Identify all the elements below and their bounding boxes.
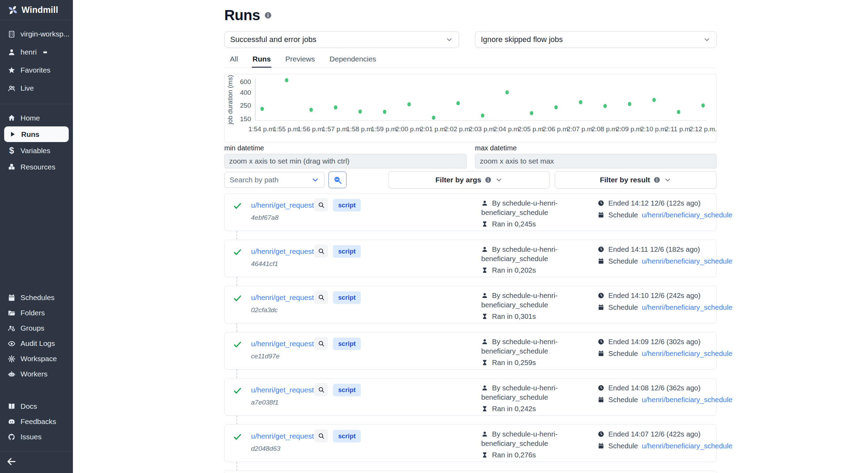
run-by-label: By schedule-u-henri- bbox=[492, 291, 558, 300]
sidebar-item-resources[interactable]: Resources bbox=[0, 159, 73, 175]
schedule-link[interactable]: u/henri/beneficiary_schedule bbox=[642, 442, 732, 450]
run-path-link[interactable]: u/henri/get_request bbox=[251, 340, 314, 348]
person-icon bbox=[481, 292, 488, 299]
sidebar-item-schedules[interactable]: Schedules bbox=[0, 290, 73, 305]
calendar-icon bbox=[8, 294, 16, 302]
svg-text:2:06 p.m.: 2:06 p.m. bbox=[542, 125, 570, 133]
sidebar-item-workspace[interactable]: Workspace bbox=[0, 351, 73, 366]
run-card[interactable]: u/henri/get_requestscript4ebf67a8By sche… bbox=[224, 193, 717, 231]
run-path-link[interactable]: u/henri/get_request bbox=[251, 247, 314, 256]
svg-text:1:59 p.m.: 1:59 p.m. bbox=[371, 125, 398, 133]
search-by-path-select[interactable]: Search by path bbox=[224, 172, 325, 188]
svg-text:2:03 p.m.: 2:03 p.m. bbox=[469, 125, 496, 133]
run-card[interactable]: u/henri/get_requestscript46441cf1By sche… bbox=[224, 240, 717, 277]
runs-tabs: AllRunsPreviewsDependencies bbox=[224, 53, 717, 68]
sidebar-item-home[interactable]: Home bbox=[0, 110, 73, 126]
schedule-link[interactable]: u/henri/beneficiary_schedule bbox=[642, 303, 732, 312]
info-icon[interactable] bbox=[264, 11, 272, 19]
person-icon bbox=[481, 431, 488, 438]
windmill-logo[interactable]: Windmill bbox=[0, 0, 73, 20]
run-card[interactable]: u/henri/get_requestscript02cfa3dcBy sche… bbox=[224, 286, 717, 323]
sidebar-item-audit-logs[interactable]: Audit Logs bbox=[0, 336, 73, 351]
sidebar-item-favorites[interactable]: Favorites bbox=[0, 61, 73, 79]
inspect-run-button[interactable] bbox=[314, 198, 328, 211]
sidebar-item-user-menu[interactable]: henri bbox=[0, 43, 73, 61]
script-badge: script bbox=[333, 291, 361, 304]
run-ended: Ended 14:12 12/6 (122s ago) bbox=[608, 199, 701, 207]
inspect-run-button[interactable] bbox=[314, 383, 328, 396]
job-kind-select[interactable]: Successful and error jobs bbox=[224, 31, 459, 48]
schedule-link[interactable]: u/henri/beneficiary_schedule bbox=[642, 211, 732, 219]
sidebar-item-live[interactable]: Live bbox=[0, 79, 73, 97]
run-path-link[interactable]: u/henri/get_request bbox=[251, 432, 314, 440]
sidebar-item-workers[interactable]: Workers bbox=[0, 366, 73, 382]
svg-text:1:58 p.m.: 1:58 p.m. bbox=[347, 125, 374, 133]
sidebar-item-workspace-selector[interactable]: virgin-worksp... bbox=[0, 25, 73, 43]
inspect-run-button[interactable] bbox=[314, 429, 328, 442]
inspect-run-button[interactable] bbox=[314, 337, 328, 350]
run-connector bbox=[236, 231, 237, 240]
collapse-sidebar-button[interactable] bbox=[6, 456, 19, 467]
runs-duration-chart[interactable]: 150250400600job duration (ms)1:54 p.m.1:… bbox=[224, 74, 717, 142]
run-id: 4ebf67a8 bbox=[251, 214, 278, 222]
hourglass-icon bbox=[481, 359, 488, 366]
svg-text:1:55 p.m.: 1:55 p.m. bbox=[273, 125, 300, 133]
run-meta: By schedule-u-henri-beneficiary_schedule… bbox=[481, 198, 558, 229]
tab-dependencies[interactable]: Dependencies bbox=[329, 53, 377, 67]
run-id: ce11d97e bbox=[251, 352, 279, 360]
hourglass-icon bbox=[481, 221, 488, 227]
filter-by-result-label: Filter by result bbox=[600, 176, 650, 184]
min-datetime-label: min datetime bbox=[224, 144, 467, 152]
run-path-link[interactable]: u/henri/get_request bbox=[251, 386, 314, 394]
run-by-label: By schedule-u-henri- bbox=[492, 199, 558, 207]
search-minus-icon bbox=[333, 175, 342, 185]
run-duration: Ran in 0,242s bbox=[492, 405, 536, 413]
run-card[interactable]: u/henri/get_requestscripta7e038f1By sche… bbox=[224, 378, 717, 416]
search-button[interactable] bbox=[328, 172, 347, 188]
run-id: d2048d63 bbox=[251, 445, 281, 453]
chevron-down-icon bbox=[703, 36, 711, 43]
eye-icon bbox=[8, 340, 16, 348]
tab-all[interactable]: All bbox=[229, 53, 239, 67]
inspect-run-button[interactable] bbox=[314, 244, 328, 258]
main-content: Runs Successful and error jobs Ignore sk… bbox=[73, 0, 868, 473]
magnifier-icon bbox=[318, 340, 325, 347]
sidebar-item-label: virgin-worksp... bbox=[20, 30, 69, 38]
filter-by-result-button[interactable]: Filter by result bbox=[555, 171, 717, 189]
run-path-link[interactable]: u/henri/get_request bbox=[251, 293, 314, 302]
sidebar-item-variables[interactable]: $Variables bbox=[0, 142, 73, 159]
min-datetime-input[interactable] bbox=[224, 154, 467, 168]
run-id: a7e038f1 bbox=[251, 399, 278, 406]
skipped-flows-select[interactable]: Ignore skipped flow jobs bbox=[475, 31, 717, 48]
run-ended: Ended 14:07 12/6 (422s ago) bbox=[608, 430, 701, 438]
chevron-down-icon bbox=[445, 36, 453, 43]
sidebar-item-groups[interactable]: Groups bbox=[0, 321, 73, 336]
tab-runs[interactable]: Runs bbox=[252, 53, 272, 67]
run-card[interactable]: u/henri/get_requestscriptd2048d63By sche… bbox=[224, 424, 717, 462]
schedule-link[interactable]: u/henri/beneficiary_schedule bbox=[642, 396, 732, 404]
filter-by-args-button[interactable]: Filter by args bbox=[389, 171, 550, 189]
sidebar-admin-group: SchedulesFoldersGroupsAudit LogsWorkspac… bbox=[0, 290, 73, 382]
svg-text:250: 250 bbox=[240, 102, 251, 109]
sidebar-item-docs[interactable]: Docs bbox=[0, 399, 73, 414]
sidebar-item-issues[interactable]: Issues bbox=[0, 429, 73, 445]
run-by-label-2: beneficiary_schedule bbox=[481, 300, 558, 309]
inspect-run-button[interactable] bbox=[314, 291, 328, 304]
sidebar-item-folders[interactable]: Folders bbox=[0, 305, 73, 321]
sidebar-item-label: Audit Logs bbox=[20, 339, 55, 348]
sidebar-item-label: Issues bbox=[20, 433, 42, 441]
max-datetime-input[interactable] bbox=[475, 154, 717, 168]
sidebar-item-runs[interactable]: Runs bbox=[4, 126, 69, 142]
run-connector bbox=[236, 462, 237, 471]
sidebar-item-feedbacks[interactable]: Feedbacks bbox=[0, 414, 73, 429]
tab-previews[interactable]: Previews bbox=[285, 53, 316, 67]
run-card[interactable]: u/henri/get_requestscriptBy schedule-u-h… bbox=[224, 471, 717, 473]
run-card[interactable]: u/henri/get_requestscriptce11d97eBy sche… bbox=[224, 332, 717, 370]
success-check-icon bbox=[233, 201, 242, 210]
schedule-label: Schedule bbox=[608, 442, 638, 450]
schedule-link[interactable]: u/henri/beneficiary_schedule bbox=[642, 257, 732, 265]
discord-icon bbox=[8, 418, 16, 426]
run-path-link[interactable]: u/henri/get_request bbox=[251, 201, 314, 209]
run-by-label-2: beneficiary_schedule bbox=[481, 439, 558, 448]
schedule-link[interactable]: u/henri/beneficiary_schedule bbox=[642, 349, 732, 358]
